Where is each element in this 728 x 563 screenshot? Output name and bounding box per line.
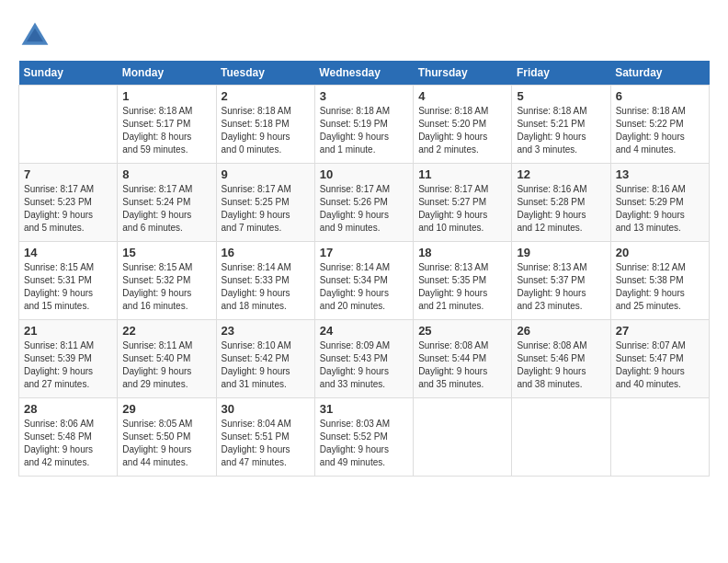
day-info: Sunrise: 8:08 AMSunset: 5:44 PMDaylight:… — [418, 339, 506, 391]
day-number: 11 — [418, 167, 506, 181]
day-number: 25 — [418, 324, 506, 338]
day-header-wednesday: Wednesday — [314, 61, 413, 86]
day-header-tuesday: Tuesday — [216, 61, 314, 86]
logo — [18, 18, 55, 52]
day-info: Sunrise: 8:09 AMSunset: 5:43 PMDaylight:… — [320, 339, 408, 391]
day-info: Sunrise: 8:18 AMSunset: 5:18 PMDaylight:… — [222, 105, 310, 156]
week-row-2: 7Sunrise: 8:17 AMSunset: 5:23 PMDaylight… — [19, 164, 710, 242]
calendar-cell: 29Sunrise: 8:05 AMSunset: 5:50 PMDayligh… — [118, 398, 216, 477]
calendar-cell: 9Sunrise: 8:17 AMSunset: 5:25 PMDaylight… — [216, 164, 314, 242]
day-number: 30 — [222, 402, 310, 416]
calendar-cell: 16Sunrise: 8:14 AMSunset: 5:33 PMDayligh… — [216, 242, 314, 320]
day-number: 7 — [24, 167, 112, 181]
week-row-4: 21Sunrise: 8:11 AMSunset: 5:39 PMDayligh… — [19, 320, 710, 398]
day-info: Sunrise: 8:17 AMSunset: 5:27 PMDaylight:… — [418, 183, 506, 235]
calendar-cell: 2Sunrise: 8:18 AMSunset: 5:18 PMDaylight… — [216, 86, 314, 164]
calendar-cell: 26Sunrise: 8:08 AMSunset: 5:46 PMDayligh… — [512, 320, 610, 398]
day-header-saturday: Saturday — [610, 61, 709, 86]
day-number: 26 — [517, 324, 605, 338]
day-info: Sunrise: 8:05 AMSunset: 5:50 PMDaylight:… — [122, 418, 210, 469]
day-info: Sunrise: 8:18 AMSunset: 5:22 PMDaylight:… — [616, 105, 704, 156]
calendar-cell: 11Sunrise: 8:17 AMSunset: 5:27 PMDayligh… — [414, 164, 512, 242]
day-info: Sunrise: 8:14 AMSunset: 5:34 PMDaylight:… — [320, 261, 408, 313]
calendar-cell: 17Sunrise: 8:14 AMSunset: 5:34 PMDayligh… — [314, 242, 413, 320]
page-header — [18, 18, 710, 52]
day-number: 20 — [616, 246, 704, 259]
calendar-cell: 6Sunrise: 8:18 AMSunset: 5:22 PMDaylight… — [610, 86, 709, 164]
day-number: 28 — [24, 402, 112, 416]
days-header-row: SundayMondayTuesdayWednesdayThursdayFrid… — [19, 61, 710, 86]
day-info: Sunrise: 8:17 AMSunset: 5:26 PMDaylight:… — [320, 183, 408, 235]
day-info: Sunrise: 8:10 AMSunset: 5:42 PMDaylight:… — [222, 339, 310, 391]
day-header-monday: Monday — [118, 61, 216, 86]
calendar-cell: 5Sunrise: 8:18 AMSunset: 5:21 PMDaylight… — [512, 86, 610, 164]
calendar-cell — [414, 398, 512, 477]
day-number: 9 — [222, 167, 310, 181]
day-info: Sunrise: 8:18 AMSunset: 5:17 PMDaylight:… — [122, 105, 210, 156]
day-info: Sunrise: 8:18 AMSunset: 5:21 PMDaylight:… — [517, 105, 605, 156]
day-info: Sunrise: 8:11 AMSunset: 5:39 PMDaylight:… — [24, 339, 112, 391]
calendar-cell: 24Sunrise: 8:09 AMSunset: 5:43 PMDayligh… — [314, 320, 413, 398]
day-number: 14 — [24, 246, 112, 259]
day-info: Sunrise: 8:12 AMSunset: 5:38 PMDaylight:… — [616, 261, 704, 313]
calendar-cell: 19Sunrise: 8:13 AMSunset: 5:37 PMDayligh… — [512, 242, 610, 320]
calendar-table: SundayMondayTuesdayWednesdayThursdayFrid… — [18, 61, 710, 477]
calendar-cell: 22Sunrise: 8:11 AMSunset: 5:40 PMDayligh… — [118, 320, 216, 398]
calendar-cell — [610, 398, 709, 477]
day-number: 15 — [122, 246, 210, 259]
day-info: Sunrise: 8:16 AMSunset: 5:29 PMDaylight:… — [616, 183, 704, 235]
day-info: Sunrise: 8:13 AMSunset: 5:35 PMDaylight:… — [418, 261, 506, 313]
day-number: 5 — [517, 89, 605, 103]
day-number: 4 — [418, 89, 506, 103]
day-number: 2 — [222, 89, 310, 103]
calendar-cell: 27Sunrise: 8:07 AMSunset: 5:47 PMDayligh… — [610, 320, 709, 398]
day-number: 27 — [616, 324, 704, 338]
calendar-cell: 18Sunrise: 8:13 AMSunset: 5:35 PMDayligh… — [414, 242, 512, 320]
day-number: 13 — [616, 167, 704, 181]
calendar-cell: 31Sunrise: 8:03 AMSunset: 5:52 PMDayligh… — [314, 398, 413, 477]
day-number: 17 — [320, 246, 408, 259]
calendar-cell: 1Sunrise: 8:18 AMSunset: 5:17 PMDaylight… — [118, 86, 216, 164]
day-info: Sunrise: 8:07 AMSunset: 5:47 PMDaylight:… — [616, 339, 704, 391]
calendar-cell: 20Sunrise: 8:12 AMSunset: 5:38 PMDayligh… — [610, 242, 709, 320]
day-number: 10 — [320, 167, 408, 181]
day-number: 18 — [418, 246, 506, 259]
calendar-cell: 23Sunrise: 8:10 AMSunset: 5:42 PMDayligh… — [216, 320, 314, 398]
day-info: Sunrise: 8:17 AMSunset: 5:25 PMDaylight:… — [222, 183, 310, 235]
week-row-3: 14Sunrise: 8:15 AMSunset: 5:31 PMDayligh… — [19, 242, 710, 320]
day-info: Sunrise: 8:06 AMSunset: 5:48 PMDaylight:… — [24, 418, 112, 469]
calendar-cell: 14Sunrise: 8:15 AMSunset: 5:31 PMDayligh… — [19, 242, 118, 320]
day-number: 12 — [517, 167, 605, 181]
day-number: 16 — [222, 246, 310, 259]
calendar-cell: 7Sunrise: 8:17 AMSunset: 5:23 PMDaylight… — [19, 164, 118, 242]
week-row-5: 28Sunrise: 8:06 AMSunset: 5:48 PMDayligh… — [19, 398, 710, 477]
day-info: Sunrise: 8:08 AMSunset: 5:46 PMDaylight:… — [517, 339, 605, 391]
day-header-friday: Friday — [512, 61, 610, 86]
calendar-cell: 15Sunrise: 8:15 AMSunset: 5:32 PMDayligh… — [118, 242, 216, 320]
day-number: 24 — [320, 324, 408, 338]
day-info: Sunrise: 8:18 AMSunset: 5:19 PMDaylight:… — [320, 105, 408, 156]
calendar-cell — [19, 86, 118, 164]
day-info: Sunrise: 8:04 AMSunset: 5:51 PMDaylight:… — [222, 418, 310, 469]
calendar-cell: 10Sunrise: 8:17 AMSunset: 5:26 PMDayligh… — [314, 164, 413, 242]
day-info: Sunrise: 8:13 AMSunset: 5:37 PMDaylight:… — [517, 261, 605, 313]
day-number: 29 — [122, 402, 210, 416]
calendar-cell: 25Sunrise: 8:08 AMSunset: 5:44 PMDayligh… — [414, 320, 512, 398]
day-number: 22 — [122, 324, 210, 338]
day-info: Sunrise: 8:11 AMSunset: 5:40 PMDaylight:… — [122, 339, 210, 391]
day-info: Sunrise: 8:15 AMSunset: 5:31 PMDaylight:… — [24, 261, 112, 313]
calendar-cell — [512, 398, 610, 477]
day-header-sunday: Sunday — [19, 61, 118, 86]
day-info: Sunrise: 8:03 AMSunset: 5:52 PMDaylight:… — [320, 418, 408, 469]
day-number: 31 — [320, 402, 408, 416]
day-number: 21 — [24, 324, 112, 338]
day-number: 8 — [122, 167, 210, 181]
day-number: 6 — [616, 89, 704, 103]
calendar-cell: 3Sunrise: 8:18 AMSunset: 5:19 PMDaylight… — [314, 86, 413, 164]
day-number: 3 — [320, 89, 408, 103]
day-info: Sunrise: 8:17 AMSunset: 5:23 PMDaylight:… — [24, 183, 112, 235]
week-row-1: 1Sunrise: 8:18 AMSunset: 5:17 PMDaylight… — [19, 86, 710, 164]
calendar-cell: 12Sunrise: 8:16 AMSunset: 5:28 PMDayligh… — [512, 164, 610, 242]
day-info: Sunrise: 8:16 AMSunset: 5:28 PMDaylight:… — [517, 183, 605, 235]
day-info: Sunrise: 8:15 AMSunset: 5:32 PMDaylight:… — [122, 261, 210, 313]
